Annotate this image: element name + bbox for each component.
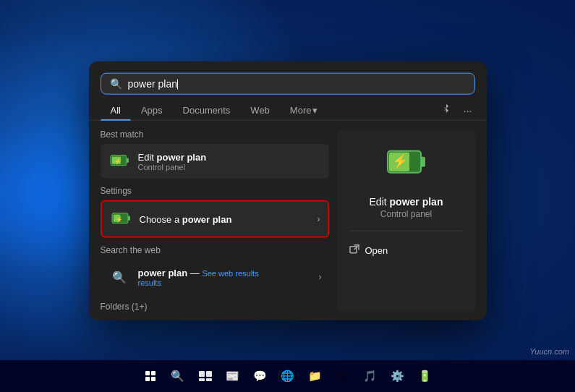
right-panel-divider <box>349 231 464 231</box>
best-match-subtitle: Control panel <box>138 162 322 171</box>
svg-text:⚡: ⚡ <box>114 158 122 165</box>
web-search-results: results <box>138 278 312 286</box>
tab-documents[interactable]: Documents <box>173 101 241 120</box>
search-bar[interactable]: 🔍 power plan <box>101 73 475 95</box>
svg-rect-1 <box>127 158 129 163</box>
tab-apps[interactable]: Apps <box>131 101 173 120</box>
more-arrow-icon: ▾ <box>312 105 318 116</box>
left-panel: Best match ⚡ Edit power plan Control p <box>101 129 329 312</box>
chevron-right-icon: › <box>318 214 320 224</box>
web-search-texts: power plan — See web results results <box>138 267 312 286</box>
search-input[interactable]: power plan <box>128 78 466 90</box>
best-match-title: Edit power plan <box>138 151 322 162</box>
svg-rect-14 <box>151 371 156 375</box>
web-search-chevron-icon: › <box>319 272 322 282</box>
taskbar-settings-button[interactable]: ⚙️ <box>386 365 409 388</box>
open-label: Open <box>365 245 388 256</box>
web-search-icon: 🔍 <box>108 265 131 289</box>
choose-power-plan-title: Choose a power plan <box>140 213 310 224</box>
more-tab-label: More ▾ <box>290 105 318 116</box>
choose-prefix: Choose a <box>140 213 182 224</box>
more-options-icon[interactable]: ··· <box>461 103 475 117</box>
open-icon <box>349 244 359 257</box>
taskbar-widgets-button[interactable]: 📰 <box>221 365 244 388</box>
web-search-label: Search the web <box>101 245 329 255</box>
open-button[interactable]: Open <box>349 240 464 261</box>
choose-power-plan-item[interactable]: ⚡ Choose a power plan › <box>101 200 329 238</box>
taskbar-search-button[interactable]: 🔍 <box>166 365 189 388</box>
web-search-bold: power plan <box>138 267 188 278</box>
taskbar-app2-button[interactable]: 🎵 <box>359 365 382 388</box>
choose-power-plan-texts: Choose a power plan <box>140 213 310 224</box>
search-bar-wrapper: 🔍 power plan <box>89 61 487 95</box>
best-match-label: Best match <box>101 129 329 140</box>
edit-power-plan-icon: ⚡ <box>108 150 131 173</box>
web-search-item[interactable]: 🔍 power plan — See web results results › <box>101 260 329 294</box>
watermark: Yuucn.com <box>529 347 569 356</box>
taskbar-taskview-button[interactable] <box>194 365 217 388</box>
web-search-dash: — <box>190 267 203 278</box>
title-bold: power plan <box>157 151 207 162</box>
best-match-texts: Edit power plan Control panel <box>138 151 322 171</box>
taskbar-start-button[interactable] <box>139 365 162 388</box>
web-search-subtitle: See web results <box>202 268 258 277</box>
main-content: Best match ⚡ Edit power plan Control p <box>89 121 487 320</box>
svg-rect-20 <box>206 378 212 381</box>
taskbar-battery-button[interactable]: 🔋 <box>414 365 437 388</box>
right-panel: ⚡ Edit power plan Control panel Open <box>338 129 475 312</box>
taskbar-explorer-button[interactable]: 📁 <box>304 365 327 388</box>
svg-rect-19 <box>199 378 205 381</box>
tab-more[interactable]: More ▾ <box>280 101 328 120</box>
tab-web[interactable]: Web <box>240 101 280 120</box>
right-panel-icon: ⚡ <box>383 141 430 187</box>
cursor <box>177 80 178 90</box>
svg-rect-13 <box>145 371 150 375</box>
taskbar: 🔍 📰 💬 🌐 📁 🛡 🎵 ⚙️ 🔋 <box>0 360 575 392</box>
svg-rect-9 <box>421 157 425 167</box>
search-panel: 🔍 power plan All Apps Documents Web More… <box>89 61 487 320</box>
bluetooth-icon[interactable] <box>438 102 455 119</box>
search-icon: 🔍 <box>110 78 122 90</box>
choose-power-plan-icon: ⚡ <box>109 208 132 231</box>
taskbar-edge-button[interactable]: 🌐 <box>276 365 299 388</box>
right-panel-subtitle: Control panel <box>380 209 432 219</box>
tab-all[interactable]: All <box>101 101 131 120</box>
folders-label: Folders (1+) <box>101 302 329 312</box>
right-title-prefix: Edit <box>370 196 390 208</box>
more-label: More <box>290 105 312 116</box>
svg-text:⚡: ⚡ <box>392 153 409 169</box>
best-match-item[interactable]: ⚡ Edit power plan Control panel <box>101 144 329 179</box>
nav-icons: ··· <box>438 102 475 119</box>
taskbar-app1-button[interactable]: 🛡 <box>331 365 354 388</box>
svg-rect-18 <box>206 371 212 377</box>
search-value: power plan <box>128 78 178 90</box>
nav-tabs: All Apps Documents Web More ▾ ··· <box>89 95 487 121</box>
title-prefix: Edit <box>138 151 157 162</box>
taskbar-chat-button[interactable]: 💬 <box>249 365 272 388</box>
svg-rect-16 <box>151 377 156 381</box>
svg-rect-17 <box>199 371 205 377</box>
settings-label: Settings <box>101 186 329 196</box>
right-title-bold: power plan <box>390 196 443 208</box>
svg-rect-5 <box>128 216 130 221</box>
web-search-title: power plan — See web results <box>138 267 312 278</box>
svg-rect-15 <box>145 377 150 381</box>
svg-text:⚡: ⚡ <box>116 216 123 223</box>
right-panel-title: Edit power plan <box>370 196 443 208</box>
choose-bold: power plan <box>182 213 232 224</box>
